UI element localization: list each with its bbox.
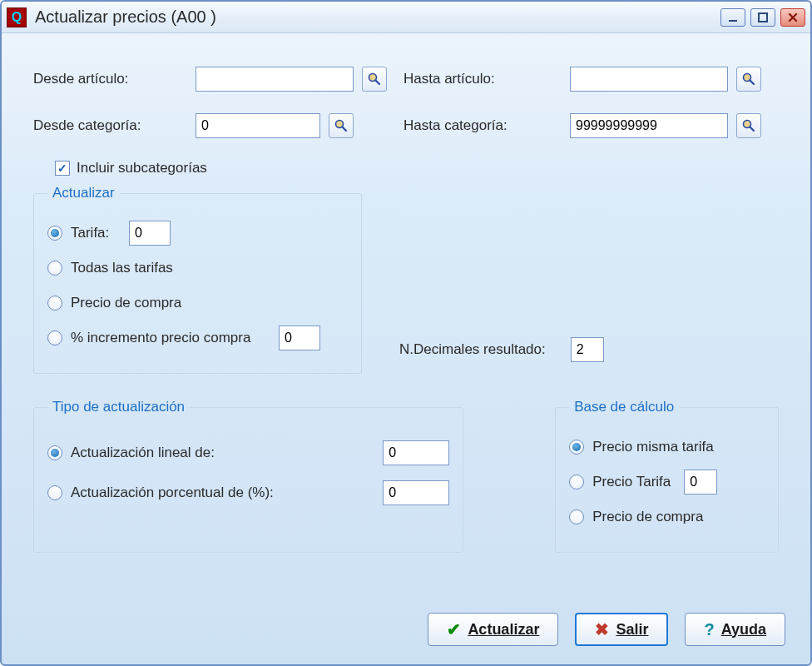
radio-porcentual[interactable] (47, 485, 62, 500)
actualizar-button[interactable]: ✔ Actualizar (428, 613, 558, 646)
search-icon (334, 118, 349, 133)
radio-lineal-label: Actualización lineal de: (71, 445, 374, 461)
base-misma-row: Precio misma tarifa (569, 434, 765, 460)
search-icon (741, 118, 756, 133)
desde-categoria-lookup[interactable] (329, 113, 354, 138)
radio-tarifa[interactable] (47, 226, 62, 241)
hasta-categoria-label: Hasta categoría: (404, 117, 570, 134)
radio-base-compra-label: Precio de compra (592, 509, 703, 525)
decimales-block: N.Decimales resultado: (399, 337, 604, 362)
incremento-input[interactable] (279, 326, 320, 350)
incluir-subcategorias-wrap: Incluir subcategorías (55, 160, 779, 176)
tipo-porcentual-row: Actualización porcentual de (%): (47, 480, 449, 505)
radio-tarifa-label: Tarifa: (71, 225, 129, 241)
base-compra-row: Precio de compra (569, 504, 765, 530)
actualizar-area: Actualizar Tarifa: Todas las tarifas Pre… (33, 185, 779, 374)
close-button[interactable] (780, 8, 805, 27)
salir-button[interactable]: ✖ Salir (575, 613, 668, 646)
hasta-articulo-lookup[interactable] (736, 67, 761, 92)
svg-rect-1 (759, 13, 767, 22)
lower-row: Tipo de actualización Actualización line… (33, 399, 779, 553)
radio-base-tarifa[interactable] (569, 475, 584, 490)
hasta-categoria-input[interactable] (570, 113, 728, 138)
tipo-lineal-row: Actualización lineal de: (47, 440, 449, 465)
desde-articulo-input[interactable] (196, 67, 354, 92)
salir-button-label: Salir (616, 621, 648, 639)
lineal-input[interactable] (383, 440, 449, 465)
dialog-window: Q Actualizar precios (A00 ) Desde artícu… (0, 0, 812, 666)
actualizar-group: Actualizar Tarifa: Todas las tarifas Pre… (33, 185, 362, 374)
svg-line-3 (375, 80, 379, 84)
radio-todas-label: Todas las tarifas (71, 260, 173, 276)
row-categoria: Desde categoría: Hasta categoría: (33, 113, 779, 138)
base-tarifa-row: Precio Tarifa (569, 469, 765, 495)
svg-line-7 (342, 127, 346, 131)
app-icon: Q (7, 7, 27, 27)
search-icon (367, 72, 382, 87)
radio-todas-tarifas[interactable] (47, 261, 62, 276)
radio-row-tarifa: Tarifa: (47, 220, 348, 246)
minimize-button[interactable] (720, 8, 745, 27)
x-icon: ✖ (595, 621, 609, 638)
ayuda-button[interactable]: ? Ayuda (685, 613, 785, 646)
porcentual-input[interactable] (383, 480, 449, 505)
window-controls (720, 8, 805, 27)
hasta-articulo-input[interactable] (570, 67, 728, 92)
actualizar-legend: Actualizar (47, 185, 120, 201)
radio-row-incremento: % incremento precio compra (47, 325, 348, 351)
radio-incremento-label: % incremento precio compra (71, 330, 279, 346)
decimales-label: N.Decimales resultado: (399, 341, 546, 358)
decimales-input[interactable] (571, 337, 604, 362)
radio-lineal[interactable] (47, 445, 62, 460)
svg-line-5 (750, 80, 754, 84)
titlebar: Q Actualizar precios (A00 ) (2, 2, 810, 33)
radio-porcentual-label: Actualización porcentual de (%): (71, 485, 374, 501)
radio-base-compra[interactable] (569, 509, 584, 524)
desde-categoria-input[interactable] (196, 113, 320, 138)
incluir-subcategorias-checkbox[interactable] (55, 161, 70, 176)
base-legend: Base de cálculo (569, 399, 679, 415)
maximize-button[interactable] (750, 8, 775, 27)
radio-precio-compra-label: Precio de compra (71, 295, 181, 311)
dialog-content: Desde artículo: Hasta artículo: Desde ca… (2, 33, 810, 569)
svg-line-9 (750, 127, 754, 131)
base-tarifa-input[interactable] (684, 470, 717, 495)
radio-base-tarifa-label: Precio Tarifa (592, 474, 684, 490)
incluir-subcategorias-label: Incluir subcategorías (77, 160, 207, 176)
radio-incremento[interactable] (47, 331, 62, 345)
base-group: Base de cálculo Precio misma tarifa Prec… (555, 399, 779, 553)
footer-buttons: ✔ Actualizar ✖ Salir ? Ayuda (428, 613, 785, 646)
actualizar-button-label: Actualizar (468, 621, 539, 639)
tarifa-input[interactable] (129, 221, 171, 246)
search-icon (741, 72, 756, 87)
radio-row-precio-compra: Precio de compra (47, 290, 348, 316)
desde-categoria-label: Desde categoría: (33, 117, 196, 134)
hasta-articulo-label: Hasta artículo: (404, 71, 570, 87)
radio-base-misma[interactable] (569, 440, 584, 455)
tipo-group: Tipo de actualización Actualización line… (33, 399, 463, 553)
check-icon: ✔ (447, 621, 461, 638)
radio-precio-compra[interactable] (47, 296, 62, 311)
window-title: Actualizar precios (A00 ) (35, 7, 720, 27)
hasta-categoria-lookup[interactable] (736, 113, 761, 138)
radio-row-todas: Todas las tarifas (47, 255, 348, 281)
row-articulo: Desde artículo: Hasta artículo: (33, 67, 779, 92)
desde-articulo-lookup[interactable] (362, 67, 387, 92)
ayuda-button-label: Ayuda (721, 621, 766, 639)
radio-base-misma-label: Precio misma tarifa (592, 439, 713, 455)
svg-rect-0 (729, 20, 737, 22)
tipo-legend: Tipo de actualización (47, 399, 190, 415)
desde-articulo-label: Desde artículo: (33, 71, 196, 87)
help-icon: ? (704, 621, 714, 638)
